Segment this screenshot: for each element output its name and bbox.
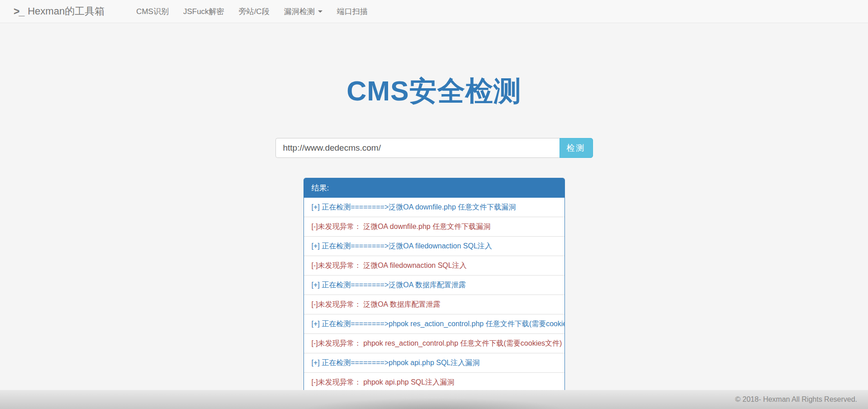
- brand[interactable]: >_ Hexman的工具箱: [14, 5, 104, 18]
- page-title: CMS安全检测: [0, 73, 868, 110]
- nav-item-vuln-detect[interactable]: 漏洞检测: [277, 0, 330, 23]
- result-row: [-]未发现异常： phpok api.php SQL注入漏洞: [304, 372, 564, 392]
- main-content: CMS安全检测 检测 结果: [+] 正在检测========>泛微OA dow…: [0, 73, 868, 409]
- result-row: [-]未发现异常： phpok res_action_control.php 任…: [304, 333, 564, 353]
- result-list: [+] 正在检测========>泛微OA downfile.php 任意文件下…: [304, 198, 564, 409]
- result-row: [+] 正在检测========>phpok api.php SQL注入漏洞: [304, 353, 564, 372]
- result-row: [-]未发现异常： 泛微OA 数据库配置泄露: [304, 295, 564, 314]
- nav-item-label: JSFuck解密: [183, 6, 224, 17]
- detect-button[interactable]: 检测: [560, 138, 593, 158]
- nav-item-label: 旁站/C段: [239, 6, 270, 17]
- caret-down-icon: [318, 10, 323, 13]
- nav-item-label: 端口扫描: [337, 6, 368, 17]
- result-row: [+] 正在检测========>phpok res_action_contro…: [304, 314, 564, 333]
- nav-menu: CMS识别JSFuck解密旁站/C段漏洞检测端口扫描: [129, 0, 375, 23]
- result-row: [+] 正在检测========>泛微OA downfile.php 任意文件下…: [304, 198, 564, 217]
- nav-item-side-site-c-segment[interactable]: 旁站/C段: [232, 0, 277, 23]
- result-row: [-]未发现异常： 泛微OA downfile.php 任意文件下载漏洞: [304, 217, 564, 236]
- nav-item-jsfuck-decrypt[interactable]: JSFuck解密: [176, 0, 232, 23]
- footer: © 2018- Hexman All Rights Reserved.: [0, 390, 868, 409]
- result-row: [+] 正在检测========>泛微OA filedownaction SQL…: [304, 236, 564, 256]
- url-input-group: 检测: [275, 138, 593, 158]
- nav-item-label: 漏洞检测: [284, 6, 315, 17]
- result-row: [-]未发现异常： 泛微OA filedownaction SQL注入: [304, 256, 564, 275]
- nav-item-cms-recognition[interactable]: CMS识别: [129, 0, 176, 23]
- nav-item-label: CMS识别: [136, 6, 169, 17]
- url-input[interactable]: [275, 138, 560, 158]
- results-panel-header: 结果:: [304, 178, 564, 198]
- results-panel: 结果: [+] 正在检测========>泛微OA downfile.php 任…: [304, 178, 565, 409]
- terminal-prompt-icon: >_: [14, 5, 24, 18]
- navbar: >_ Hexman的工具箱 CMS识别JSFuck解密旁站/C段漏洞检测端口扫描: [0, 0, 868, 23]
- nav-item-port-scan[interactable]: 端口扫描: [330, 0, 375, 23]
- copyright-text: © 2018- Hexman All Rights Reserved.: [735, 395, 857, 404]
- result-row: [+] 正在检测========>泛微OA 数据库配置泄露: [304, 275, 564, 295]
- brand-label: Hexman的工具箱: [28, 5, 104, 18]
